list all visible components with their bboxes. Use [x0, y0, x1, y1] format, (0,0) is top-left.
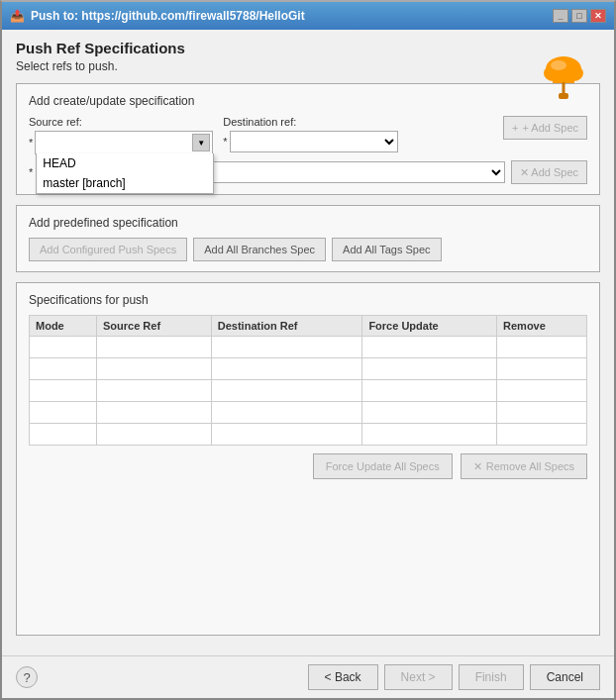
add-all-tags-button[interactable]: Add All Tags Spec — [332, 238, 441, 261]
add-spec-section-label: Add create/update specification — [29, 94, 587, 108]
header-area: Push Ref Specifications Select refs to p… — [16, 40, 600, 83]
back-button[interactable]: < Back — [308, 664, 378, 690]
cell-remove — [497, 358, 587, 380]
cell-dest — [211, 380, 362, 402]
maximize-button[interactable]: □ — [571, 9, 587, 23]
dest-star: * — [223, 136, 227, 148]
source-star: * — [29, 137, 33, 149]
cell-remove — [497, 337, 587, 358]
cell-mode — [30, 337, 97, 358]
col-remove: Remove — [497, 316, 587, 337]
main-window: 📤 Push to: https://github.com/firewall57… — [0, 0, 616, 700]
page-subtitle: Select refs to push. — [16, 59, 600, 73]
bottom-bar: ? < Back Next > Finish Cancel — [2, 655, 614, 698]
cancel-button[interactable]: Cancel — [530, 664, 600, 690]
predefined-buttons: Add Configured Push Specs Add All Branch… — [29, 238, 587, 261]
remove-all-button[interactable]: ✕ Remove All Specs — [461, 453, 587, 479]
cell-force — [362, 424, 497, 446]
remove-all-icon: ✕ — [473, 460, 482, 473]
add-all-branches-label: Add All Branches Spec — [204, 244, 315, 255]
table-row — [30, 358, 587, 380]
cell-source — [96, 380, 211, 402]
force-update-all-button[interactable]: Force Update All Specs — [313, 453, 453, 479]
cell-mode — [30, 424, 97, 446]
next-label: Next > — [401, 670, 436, 684]
window-icon: 📤 — [10, 9, 25, 23]
dest-ref-select[interactable] — [230, 131, 398, 152]
remote-add-spec-button[interactable]: ✕ Add Spec — [511, 160, 587, 184]
help-label: ? — [23, 670, 30, 685]
finish-label: Finish — [475, 670, 507, 684]
dest-ref-label: Destination ref: — [223, 116, 493, 128]
cell-remove — [497, 402, 587, 424]
cell-force — [362, 402, 497, 424]
predefined-section: Add predefined specification Add Configu… — [16, 205, 600, 272]
source-ref-group: Source ref: * ▼ HEAD master [branch] — [29, 116, 213, 154]
remove-all-label: Remove All Specs — [486, 460, 574, 472]
svg-rect-3 — [553, 73, 574, 83]
next-button[interactable]: Next > — [384, 664, 453, 690]
specs-table-body — [30, 337, 587, 446]
close-button[interactable]: ✕ — [590, 9, 606, 23]
remote-add-spec-label: ✕ Add Spec — [520, 166, 578, 179]
table-row — [30, 402, 587, 424]
add-all-branches-button[interactable]: Add All Branches Spec — [193, 238, 326, 261]
add-all-tags-label: Add All Tags Spec — [343, 244, 430, 255]
minimize-button[interactable]: _ — [553, 9, 568, 23]
cloud-icon — [539, 48, 588, 105]
main-content: Push Ref Specifications Select refs to p… — [2, 30, 614, 655]
specs-table: Mode Source Ref Destination Ref Force Up… — [29, 315, 587, 446]
help-button[interactable]: ? — [16, 666, 38, 688]
cell-mode — [30, 380, 97, 402]
cell-mode — [30, 358, 97, 380]
cell-source — [96, 337, 211, 358]
cell-remove — [497, 424, 587, 446]
svg-rect-6 — [559, 93, 568, 99]
cell-dest — [211, 337, 362, 358]
spec-form-row: Source ref: * ▼ HEAD master [branch] — [29, 116, 587, 154]
col-force-update: Force Update — [362, 316, 497, 337]
cell-force — [362, 337, 497, 358]
table-row — [30, 424, 587, 446]
source-option-head[interactable]: HEAD — [37, 153, 213, 173]
add-spec-button[interactable]: + + Add Spec — [503, 116, 587, 140]
predefined-label: Add predefined specification — [29, 216, 587, 230]
add-spec-section: Add create/update specification Source r… — [16, 83, 600, 195]
col-mode: Mode — [30, 316, 97, 337]
remote-star: * — [29, 166, 33, 178]
specs-section: Specifications for push Mode Source Ref … — [16, 282, 600, 636]
add-configured-specs-button[interactable]: Add Configured Push Specs — [29, 238, 187, 261]
add-spec-plus-icon: + — [512, 122, 518, 134]
col-source-ref: Source Ref — [96, 316, 211, 337]
title-bar-controls: _ □ ✕ — [553, 9, 606, 23]
source-ref-field: * ▼ HEAD master [branch] — [29, 131, 213, 154]
specs-table-head: Mode Source Ref Destination Ref Force Up… — [30, 316, 587, 337]
table-row — [30, 337, 587, 358]
page-title: Push Ref Specifications — [16, 40, 600, 56]
add-spec-label: + Add Spec — [522, 122, 578, 134]
cell-remove — [497, 380, 587, 402]
col-dest-ref: Destination Ref — [211, 316, 362, 337]
specs-table-header-row: Mode Source Ref Destination Ref Force Up… — [30, 316, 587, 337]
table-row — [30, 380, 587, 402]
add-configured-label: Add Configured Push Specs — [40, 244, 176, 255]
source-ref-input[interactable] — [36, 132, 212, 153]
cell-force — [362, 358, 497, 380]
force-update-all-label: Force Update All Specs — [326, 460, 440, 472]
cell-dest — [211, 402, 362, 424]
table-actions: Force Update All Specs ✕ Remove All Spec… — [29, 453, 587, 479]
cell-source — [96, 358, 211, 380]
source-option-master[interactable]: master [branch] — [37, 173, 213, 193]
source-ref-list: HEAD master [branch] — [36, 153, 214, 194]
cell-dest — [211, 358, 362, 380]
source-ref-arrow[interactable]: ▼ — [192, 134, 210, 151]
header-text: Push Ref Specifications Select refs to p… — [16, 40, 600, 83]
source-ref-label: Source ref: — [29, 116, 213, 128]
svg-point-4 — [551, 60, 566, 70]
cell-mode — [30, 402, 97, 424]
back-label: < Back — [325, 670, 361, 684]
finish-button[interactable]: Finish — [459, 664, 524, 690]
dest-ref-group: Destination ref: * — [223, 116, 493, 152]
specs-section-label: Specifications for push — [29, 293, 587, 307]
dest-ref-field: * — [223, 131, 493, 152]
